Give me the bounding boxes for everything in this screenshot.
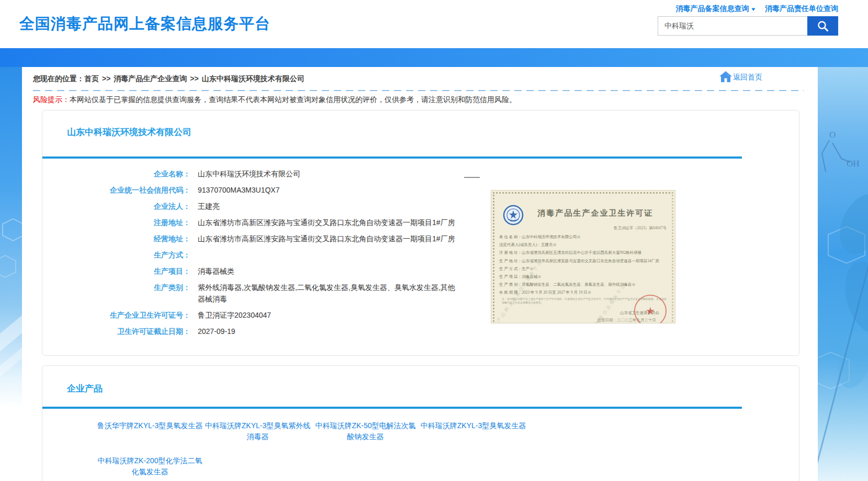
certificate-line: 单 位 名 称：山东中科瑞沃环境技术有限公司※ bbox=[499, 233, 671, 241]
field-label: 生产企业卫生许可证号： bbox=[42, 309, 190, 321]
home-icon bbox=[719, 71, 732, 82]
nav-link-label: 消毒产品备案信息查询 bbox=[676, 4, 749, 13]
field-label: 企业统一社会信用代码： bbox=[42, 184, 190, 196]
certificate-emblem-icon bbox=[503, 205, 524, 226]
field-row: 生产企业卫生许可证号： 鲁卫消证字202304047 bbox=[42, 309, 492, 321]
product-link[interactable]: 中科瑞沃牌ZKYL-3型臭氧紫外线消毒器 bbox=[205, 420, 311, 442]
field-label: 生产类别： bbox=[42, 282, 190, 305]
field-row: 卫生许可证截止日期： 2027-09-19 bbox=[42, 326, 492, 337]
field-label: 生产方式： bbox=[42, 249, 190, 261]
hygiene-license-certificate-image: 消毒产品生产企业卫生许可证 鲁卫消证字（2023）第04047号 单 位 名 称… bbox=[491, 190, 675, 323]
certificate-title: 消毒产品生产企业卫生许可证 bbox=[525, 208, 666, 218]
back-home-link[interactable]: 返回首页 bbox=[719, 71, 762, 82]
search-box bbox=[658, 16, 838, 36]
svg-text:O: O bbox=[829, 130, 836, 140]
field-value: 王建亮 bbox=[198, 200, 220, 212]
field-label: 注册地址： bbox=[42, 217, 190, 228]
top-band bbox=[0, 48, 868, 67]
field-row: 生产类别： 紫外线消毒器,次氯酸钠发生器,二氧化氯发生器,臭氧发生器、臭氧水发生… bbox=[42, 282, 492, 305]
field-row: 生产方式： bbox=[42, 249, 492, 261]
certificate-line: 注 册 地 址：山东省潍坊高新区玉清东街以北中心次干道以西高新大厦902栋科研楼 bbox=[499, 249, 671, 256]
certificate-number: 鲁卫消证字（2023）第04047号 bbox=[614, 226, 667, 231]
field-label: 卫生许可证截止日期： bbox=[42, 326, 190, 337]
field-label: 生产项目： bbox=[42, 265, 190, 277]
field-label: 经营地址： bbox=[42, 233, 190, 244]
top-nav: 消毒产品备案信息查询▾ 消毒产品责任单位查询 bbox=[668, 4, 838, 14]
product-link[interactable]: 中科瑞沃牌ZK-50型电解法次氯酸钠发生器 bbox=[312, 420, 419, 442]
risk-notice-text: 本网站仅基于已掌握的信息提供查询服务，查询结果不代表本网站对被查询对象信用状况的… bbox=[70, 95, 516, 104]
company-name-heading: 山东中科瑞沃环境技术有限公司 bbox=[67, 126, 191, 138]
field-value: 山东省潍坊市高新区潍安路与宝通街交叉路口东北角自动变速器一期项目1#厂房 bbox=[198, 233, 455, 244]
star-icon: ★ bbox=[646, 305, 655, 317]
certificate-line: 法定代表人(或负责人)：王建亮※ bbox=[499, 241, 671, 249]
certificate-red-seal: ★ bbox=[634, 295, 667, 323]
nav-link-duty-unit-query[interactable]: 消毒产品责任单位查询 bbox=[765, 4, 838, 13]
field-label: 企业法人： bbox=[42, 200, 190, 212]
company-products-card: 企业产品 鲁沃华宇牌ZKYL-3型臭氧发生器中科瑞沃牌ZKYL-3型臭氧紫外线消… bbox=[42, 365, 799, 481]
field-label: 企业名称： bbox=[42, 168, 190, 180]
breadcrumb-home[interactable]: 首页 bbox=[84, 74, 99, 83]
field-value: 山东中科瑞沃环境技术有限公司 bbox=[198, 168, 300, 180]
breadcrumb-enterprise-query[interactable]: 消毒产品生产企业查询 bbox=[114, 74, 187, 83]
search-button[interactable] bbox=[807, 16, 838, 36]
back-home-label: 返回首页 bbox=[733, 73, 762, 82]
svg-text:OH: OH bbox=[847, 159, 860, 169]
products-heading: 企业产品 bbox=[67, 383, 103, 395]
chevron-down-icon: ▾ bbox=[751, 6, 755, 13]
card-title-divider bbox=[42, 407, 742, 409]
field-value: 鲁卫消证字202304047 bbox=[198, 309, 271, 321]
field-value: 山东省潍坊市高新区潍安路与宝通街交叉路口东北角自动变速器一期项目1#厂房 bbox=[198, 217, 455, 228]
site-title: 全国消毒产品网上备案信息服务平台 bbox=[19, 14, 270, 35]
card-title-divider bbox=[42, 156, 742, 159]
product-link[interactable]: 鲁沃华宇牌ZKYL-3型臭氧发生器 bbox=[97, 420, 203, 431]
header: 全国消毒产品网上备案信息服务平台 消毒产品备案信息查询▾ 消毒产品责任单位查询 bbox=[0, 0, 868, 48]
product-links: 鲁沃华宇牌ZKYL-3型臭氧发生器中科瑞沃牌ZKYL-3型臭氧紫外线消毒器中科瑞… bbox=[97, 420, 542, 481]
certificate-line: 生 产 方 式：生产※ bbox=[499, 265, 671, 273]
content-panel: 您现在的位置：首页>>消毒产品生产企业查询>>山东中科瑞沃环境技术有限公司 返回… bbox=[22, 67, 818, 481]
dashed-divider bbox=[33, 90, 804, 91]
bg-right-decoration: O OH bbox=[818, 67, 868, 481]
search-icon bbox=[817, 20, 829, 32]
bg-left-decoration bbox=[0, 67, 22, 407]
risk-notice: 风险提示：本网站仅基于已掌握的信息提供查询服务，查询结果不代表本网站对被查询对象… bbox=[33, 95, 516, 105]
field-row: 企业名称： 山东中科瑞沃环境技术有限公司 bbox=[42, 168, 492, 180]
field-row: 企业法人： 王建亮 bbox=[42, 200, 492, 212]
field-value: 91370700MA3M3U1QX7 bbox=[198, 184, 279, 196]
breadcrumb: 您现在的位置：首页>>消毒产品生产企业查询>>山东中科瑞沃环境技术有限公司 bbox=[33, 74, 713, 84]
field-value: 2027-09-19 bbox=[198, 326, 235, 337]
breadcrumb-separator: >> bbox=[190, 74, 198, 83]
field-row: 经营地址： 山东省潍坊市高新区潍安路与宝通街交叉路口东北角自动变速器一期项目1#… bbox=[42, 233, 492, 244]
field-value: 消毒器械类 bbox=[198, 265, 234, 277]
certificate-line: 生 产 地 址：山东省潍坊市高新区潍安路与宝通街交叉路口东北角自动变速器一期项目… bbox=[499, 257, 671, 265]
collapse-dash-icon bbox=[464, 177, 480, 178]
field-row: 生产项目： 消毒器械类 bbox=[42, 265, 492, 277]
search-input[interactable] bbox=[658, 16, 807, 36]
field-row: 企业统一社会信用代码： 91370700MA3M3U1QX7 bbox=[42, 184, 492, 196]
chemistry-decoration: O OH bbox=[818, 67, 868, 481]
risk-notice-label: 风险提示： bbox=[33, 95, 70, 104]
product-link[interactable]: 中科瑞沃牌ZKYL-3型臭氧发生器 bbox=[420, 420, 526, 431]
breadcrumb-current: 山东中科瑞沃环境技术有限公司 bbox=[202, 74, 305, 83]
company-fields: 企业名称： 山东中科瑞沃环境技术有限公司 企业统一社会信用代码： 9137070… bbox=[42, 168, 492, 342]
breadcrumb-prefix: 您现在的位置： bbox=[33, 74, 84, 83]
company-info-card: 山东中科瑞沃环境技术有限公司 企业名称： 山东中科瑞沃环境技术有限公司 企业统一… bbox=[42, 110, 799, 356]
product-link[interactable]: 中科瑞沃牌ZK-200型化学法二氧化氯发生器 bbox=[97, 455, 203, 477]
nav-link-record-info-query[interactable]: 消毒产品备案信息查询▾ bbox=[676, 4, 755, 13]
breadcrumb-separator: >> bbox=[102, 74, 110, 83]
field-value: 紫外线消毒器,次氯酸钠发生器,二氧化氯发生器,臭氧发生器、臭氧水发生器,其他器械… bbox=[198, 282, 459, 305]
field-row: 注册地址： 山东省潍坊市高新区潍安路与宝通街交叉路口东北角自动变速器一期项目1#… bbox=[42, 217, 492, 228]
